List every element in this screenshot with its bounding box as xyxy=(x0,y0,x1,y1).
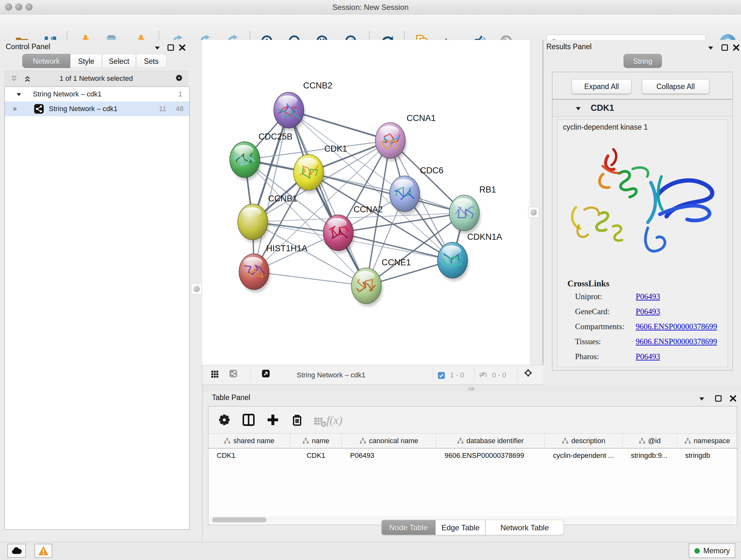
column-header-database-identifier[interactable]: database identifier xyxy=(436,434,545,448)
panel-menu-icon[interactable] xyxy=(153,44,161,52)
results-panel-title: Results Panel xyxy=(546,43,592,51)
tab-style[interactable]: Style xyxy=(70,54,102,68)
column-header-shared-name[interactable]: shared name xyxy=(208,434,290,448)
results-actions-box: Expand All Collapse All xyxy=(552,72,733,99)
table-options-gear-icon[interactable] xyxy=(217,413,231,427)
network-node-label-CCNE1: CCNE1 xyxy=(382,258,411,267)
table-cell[interactable]: 9606.ENSP00000378699 xyxy=(436,449,545,462)
network-edge-HIST1H1A-CCNE1[interactable] xyxy=(254,272,366,286)
column-header-canonical-name[interactable]: canonical name xyxy=(342,434,436,448)
table-cell[interactable]: stringdb xyxy=(677,449,737,462)
panel-menu-icon[interactable] xyxy=(697,395,706,403)
table-cell[interactable]: P06493 xyxy=(342,449,436,462)
network-node-label-CDKN1A: CDKN1A xyxy=(467,232,502,242)
right-panel-divider[interactable] xyxy=(530,40,543,365)
table-cell[interactable]: stringdb:9... xyxy=(623,449,677,462)
crosslinks-title: CrossLinks xyxy=(567,279,610,289)
hidden-eye-icon[interactable] xyxy=(479,371,488,380)
column-header-name[interactable]: name xyxy=(290,434,342,448)
network-node-CDC6[interactable]: CDC6 xyxy=(390,166,444,214)
tab-network[interactable]: Network xyxy=(22,54,70,68)
network-edge-CCNA1-CDC25B[interactable] xyxy=(245,140,390,160)
tab-edge-table[interactable]: Edge Table xyxy=(435,520,485,535)
network-node-RB1[interactable]: RB1 xyxy=(449,185,496,234)
tab-string[interactable]: String xyxy=(623,54,662,68)
left-divider-handle[interactable] xyxy=(191,284,202,294)
warning-icon xyxy=(37,545,50,557)
table-panel-divider[interactable] xyxy=(202,385,741,392)
column-header-namespace[interactable]: namespace xyxy=(677,434,737,448)
tab-sets[interactable]: Sets xyxy=(136,54,166,68)
network-node-CDC25B[interactable]: CDC25B xyxy=(230,132,293,180)
cytoscape-window: Session: New Session xyxy=(0,0,741,560)
panel-float-icon[interactable] xyxy=(721,44,729,52)
network-options-gear-icon[interactable] xyxy=(175,74,183,82)
cloud-button[interactable] xyxy=(7,544,26,558)
expand-all-button[interactable]: Expand All xyxy=(571,79,631,94)
network-view-share-icon[interactable] xyxy=(229,369,241,381)
cloud-icon xyxy=(10,544,23,557)
column-header-description[interactable]: description xyxy=(545,434,623,448)
scrollbar-thumb[interactable] xyxy=(212,517,266,522)
collection-label: String Network – cdk1 xyxy=(33,87,102,102)
left-panel-divider[interactable] xyxy=(191,40,202,365)
warnings-button[interactable] xyxy=(35,544,52,558)
table-cell[interactable]: CDK1 xyxy=(208,449,290,462)
memory-button[interactable]: Memory xyxy=(689,543,735,558)
birds-eye-view-icon[interactable] xyxy=(262,369,274,381)
network-selection-bar: 1 of 1 Network selected xyxy=(4,71,188,86)
title-bar: Session: New Session xyxy=(0,0,741,15)
right-divider-handle[interactable] xyxy=(528,207,539,218)
crosslink-link[interactable]: 9606.ENSP00000378699 xyxy=(636,337,717,346)
crosslink-row: Pharos:P06493 xyxy=(575,352,728,367)
collapse-all-button[interactable]: Collapse All xyxy=(642,79,710,94)
table-cell[interactable]: cyclin-dependent ... xyxy=(545,449,623,462)
panel-menu-icon[interactable] xyxy=(706,44,715,52)
network-edge-count: 48 xyxy=(176,102,184,116)
network-collection-row[interactable]: String Network – cdk1 1 xyxy=(5,87,189,102)
network-selection-status: 1 of 1 Network selected xyxy=(5,71,188,86)
panel-float-icon[interactable] xyxy=(714,394,723,402)
column-header-@id[interactable]: @id xyxy=(623,434,677,448)
crosslink-row: Tissues:9606.ENSP00000378699 xyxy=(575,337,728,352)
protein-accordion-header[interactable]: CDK1 xyxy=(552,100,732,117)
panel-close-icon[interactable] xyxy=(178,44,186,52)
panel-float-icon[interactable] xyxy=(166,44,175,52)
add-column-icon[interactable] xyxy=(266,413,280,427)
network-node-CCNA1[interactable]: CCNA1 xyxy=(375,113,436,161)
tab-node-table[interactable]: Node Table xyxy=(381,520,435,535)
network-row[interactable]: String Network – cdk1 11 48 xyxy=(5,102,189,116)
network-node-label-CDK1: CDK1 xyxy=(324,144,347,153)
network-node-CCNB1[interactable]: CCNB1 xyxy=(238,194,297,243)
center-view-crosshair-icon[interactable] xyxy=(524,369,537,382)
network-node-CDKN1A[interactable]: CDKN1A xyxy=(437,232,502,281)
panel-close-icon[interactable] xyxy=(729,394,737,402)
network-edge-CCNB2-CCNE1[interactable] xyxy=(289,110,366,286)
control-panel: Control Panel Network Style Select Sets … xyxy=(0,40,202,542)
toolbar-separator xyxy=(251,368,251,382)
grid-view-icon[interactable] xyxy=(211,370,221,381)
divider-handle[interactable] xyxy=(468,387,474,390)
network-node-CCNE1[interactable]: CCNE1 xyxy=(351,258,411,307)
collection-expander-icon[interactable] xyxy=(16,91,22,98)
delete-table-icon-disabled xyxy=(313,415,325,426)
accordion-expander-icon[interactable] xyxy=(575,105,582,112)
network-canvas[interactable]: CCNB2CCNA1CDC25BCDK1CDC6RB1CCNB1CCNA2CDK… xyxy=(202,40,530,365)
tab-select[interactable]: Select xyxy=(102,54,136,68)
tab-network-table[interactable]: Network Table xyxy=(485,520,564,535)
toolbar-separator xyxy=(474,368,475,382)
table-row[interactable]: CDK1CDK1P064939606.ENSP00000378699cyclin… xyxy=(208,449,737,462)
table-panel-title: Table Panel xyxy=(212,393,250,402)
panel-close-icon[interactable] xyxy=(732,44,740,52)
crosslink-link[interactable]: P06493 xyxy=(636,292,660,301)
network-node-count: 11 xyxy=(159,102,166,116)
crosslink-link[interactable]: P06493 xyxy=(636,307,660,316)
crosslink-link[interactable]: P06493 xyxy=(636,352,660,361)
show-columns-icon[interactable] xyxy=(242,413,256,427)
table-cell[interactable]: CDK1 xyxy=(290,449,342,462)
network-node-CCNA2[interactable]: CCNA2 xyxy=(323,205,383,253)
selected-checkbox-icon[interactable] xyxy=(437,371,446,380)
network-node-HIST1H1A[interactable]: HIST1H1A xyxy=(239,244,307,293)
delete-column-icon[interactable] xyxy=(290,413,304,427)
crosslink-link[interactable]: 9606.ENSP00000378699 xyxy=(636,322,717,331)
